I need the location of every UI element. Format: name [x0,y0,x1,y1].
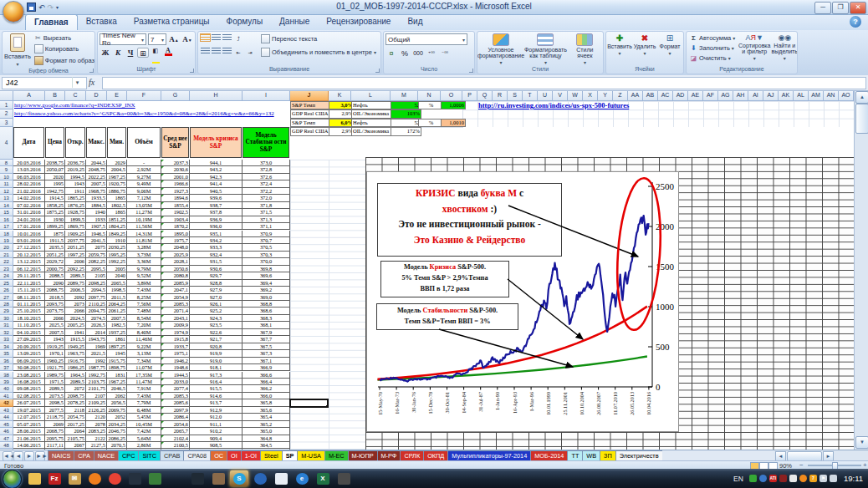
cell-B20[interactable]: 2035,5 [45,244,65,251]
cell-B31[interactable]: 2025,5 [45,322,65,328]
cell-B36[interactable]: 1960,25 [45,358,65,364]
cell-F8[interactable]: - [127,160,161,166]
cell-F10[interactable]: 9,27M [127,174,161,180]
cell-F34[interactable]: 9,22M [127,343,161,350]
cell-F41[interactable]: 7,43M [127,393,161,399]
cell-A23[interactable]: 06.12.2015 [13,266,45,272]
cell-G19[interactable]: 1975,7 [161,237,190,244]
cell-D44[interactable]: 2120 [86,414,107,420]
row-header-47[interactable]: 47 [0,435,13,442]
cell-F38[interactable]: 17,35M [127,372,161,379]
cell-H8[interactable]: 944,1 [190,160,243,166]
row-header-36[interactable]: 36 [0,358,13,364]
cell-G22[interactable]: 2028,1 [161,258,190,265]
column-header-C[interactable]: C [65,90,86,101]
taskbar-button-excel[interactable]: X [314,470,332,486]
cell-A17[interactable]: 17.01.2016 [13,223,45,230]
cell-E35[interactable]: 1945 [107,350,127,357]
cell-C24[interactable]: 2089,5 [65,272,86,279]
row-header-32[interactable]: 32 [0,329,13,336]
cell-D36[interactable]: 1992 [86,358,107,364]
cell-C44[interactable]: 2054,75 [65,414,86,420]
row-header-33[interactable]: 33 [0,336,13,343]
hyperlink[interactable]: http://www.google.com/finance?q=INDEXSP_… [14,101,135,109]
row-header-18[interactable]: 18 [0,231,13,237]
cell-C28[interactable]: 2073 [65,301,86,308]
cell-C34[interactable]: 1949,25 [65,343,86,350]
cell-D46[interactable]: 2083,25 [86,428,107,435]
increase-font-icon[interactable]: А▲ [168,33,180,45]
cell-I9[interactable]: 372,8 [243,166,290,173]
cell-F32[interactable]: 8,40M [127,329,161,336]
cell-C18[interactable]: 1909,25 [65,231,86,237]
cell-E28[interactable]: 2064,25 [107,301,127,308]
cell-C10[interactable]: 1994,5 [65,174,86,180]
cell-F20[interactable]: 3,28M [127,244,161,251]
cell-H27[interactable]: 927,0 [190,294,243,301]
column-header-W[interactable]: W [568,90,583,101]
row-header-21[interactable]: 21 [0,252,13,258]
network-globe-tray-icon[interactable] [759,475,767,482]
cell-G12[interactable]: 1927,3 [161,188,190,195]
cell-C47[interactable]: 2105,75 [65,435,86,442]
cell-B48[interactable]: 2117,11 [45,442,65,449]
merge-center-button[interactable]: Объединить и поместить в центре▾ [259,47,378,58]
cell-I24[interactable]: 369,6 [243,272,290,279]
cell-B12[interactable]: 1942,75 [45,188,65,195]
cell-F28[interactable]: 7,56M [127,301,161,308]
ribbon-tab-Рецензирование[interactable]: Рецензирование [318,14,399,30]
cell-E36[interactable]: 1915,75 [107,358,127,364]
cell-E13[interactable]: 1865 [107,195,127,201]
cell-D33[interactable]: 1943,75 [86,336,107,343]
vertical-scrollbar[interactable]: ▲ ▼ [854,90,868,450]
row-header-13[interactable]: 13 [0,195,13,201]
autosum-button[interactable]: ΣАвтосумма▾ [688,33,737,43]
cell-I20[interactable]: 370,5 [243,244,290,251]
cell-A40[interactable]: 09.08.2015 [13,385,45,392]
cell-H25[interactable]: 928,8 [190,280,243,287]
ati-tray-icon[interactable]: ATI [769,475,777,482]
cell-A30[interactable]: 18.10.2015 [13,315,45,322]
column-header-AL[interactable]: AL [794,90,809,101]
cell-F18[interactable]: 14,31M [127,231,161,237]
cell-F42[interactable]: 7,79M [127,399,161,406]
cell-G23[interactable]: 2050,6 [161,266,190,272]
ribbon-tab-Вставка[interactable]: Вставка [78,14,125,30]
cell-F21[interactable]: 3,73M [127,252,161,258]
cell-A15[interactable]: 31.01.2016 [13,209,45,216]
cell-I36[interactable]: 367,1 [243,358,290,364]
cell-E17[interactable]: 1804,25 [107,223,127,230]
cell-E24[interactable]: 2040 [107,272,127,279]
cell-D41[interactable]: 2107 [86,393,107,399]
cell-A19[interactable]: 03.01.2016 [13,237,45,244]
scroll-left-icon[interactable]: ◄ [775,451,786,461]
decrease-font-icon[interactable]: А▼ [181,33,193,45]
cell-G37[interactable]: 1948,6 [161,364,190,371]
row-header-9[interactable]: 9 [0,166,13,173]
cell-I31[interactable]: 368,1 [243,322,290,328]
cell-I15[interactable]: 371,5 [243,209,290,216]
cell-F44[interactable]: 5,45M [127,414,161,420]
format-cells-button[interactable]: ⊞ Формат▾ [658,33,682,65]
cell-B43[interactable]: 2077,5 [45,407,65,414]
column-header-AC[interactable]: AC [658,90,673,101]
cell-D11[interactable]: 2007,5 [86,180,107,187]
row-header-12[interactable]: 12 [0,188,13,195]
horizontal-scroll-thumb[interactable] [787,451,822,461]
row-header-46[interactable]: 46 [0,428,13,435]
cell-C21[interactable]: 1997,25 [65,252,86,258]
cell-F27[interactable]: 8,25M [127,294,161,301]
cell-G38[interactable]: 1944,5 [161,372,190,379]
cell-I45[interactable]: 365,2 [243,421,290,428]
cell-E48[interactable]: 2070,5 [107,442,127,449]
cell-D21[interactable]: 2059,75 [86,252,107,258]
cell-B17[interactable]: 1899,25 [45,223,65,230]
cell-G32[interactable]: 1974,9 [161,329,190,336]
cell-D38[interactable]: 1992,75 [86,372,107,379]
cell-B11[interactable]: 1995 [45,180,65,187]
comma-style-icon[interactable]: 000 [412,48,424,59]
cell-B38[interactable]: 1989,75 [45,372,65,379]
cell-F48[interactable]: 2,86M [127,442,161,449]
taskbar-clock[interactable]: 19:11 [844,474,863,483]
cell-F13[interactable]: 7,12M [127,195,161,201]
